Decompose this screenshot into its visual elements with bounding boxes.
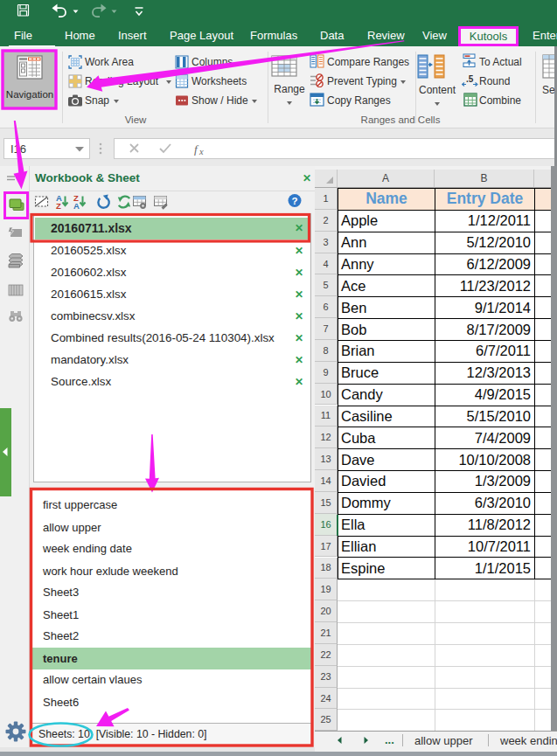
svg-text:allow upper: allow upper	[414, 734, 473, 747]
svg-text:week endin: week endin	[499, 734, 557, 747]
svg-text:...: ...	[385, 733, 394, 746]
